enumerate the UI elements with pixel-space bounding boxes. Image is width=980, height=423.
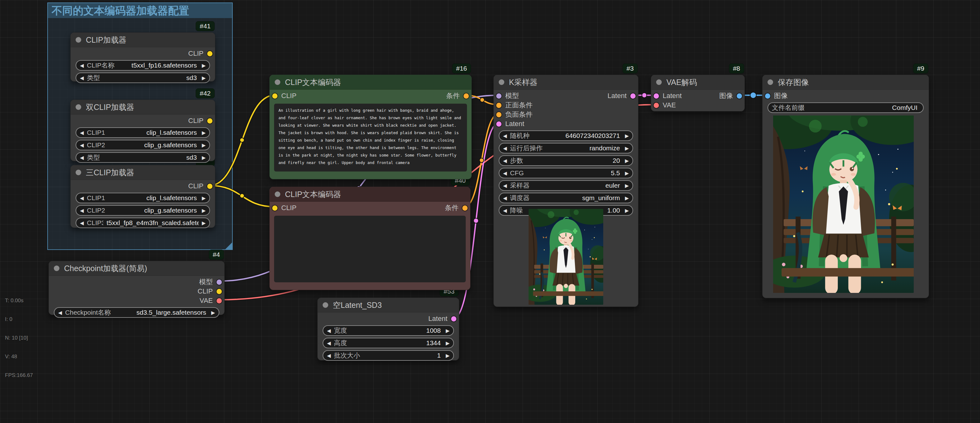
collapse-dot-icon[interactable] [76,170,81,175]
node-ksampler[interactable]: K采样器 模型 Latent 正面条件 负面条件 Latent ◀ 随机种 64… [493,75,638,307]
prompt-textarea[interactable] [274,216,466,282]
decrement-arrow-icon[interactable]: ◀ [80,130,84,136]
widget-clip2[interactable]: ◀ CLIP2 clip_g.safetensors ▶ [76,140,210,150]
increment-arrow-icon[interactable]: ▶ [625,133,629,139]
decrement-arrow-icon[interactable]: ◀ [80,62,84,69]
group-resize-handle[interactable] [225,243,232,249]
increment-arrow-icon[interactable]: ▶ [625,195,629,201]
positive-conditioning-input-slot[interactable] [496,103,501,108]
widget-sampler-name[interactable]: ◀ 采样器 euler ▶ [499,180,633,191]
widget-clip-name[interactable]: ◀ CLIP名称 t5xxl_fp16.safetensors ▶ [76,60,210,71]
latent-input-slot[interactable] [496,121,501,127]
clip-output-slot[interactable] [207,118,213,124]
node-header[interactable]: 空Latent_SD3 [318,298,459,313]
collapse-dot-icon[interactable] [767,79,773,85]
latent-output-slot[interactable] [451,316,457,321]
increment-arrow-icon[interactable]: ▶ [446,328,450,334]
widget-seed[interactable]: ◀ 随机种 646072340203271 ▶ [499,131,633,141]
collapse-dot-icon[interactable] [323,302,328,308]
widget-checkpoint-name[interactable]: ◀ Checkpoint名称 sd3.5_large.safetensors ▶ [54,307,220,318]
increment-arrow-icon[interactable]: ▶ [211,310,215,316]
collapse-dot-icon[interactable] [275,79,280,85]
decrement-arrow-icon[interactable]: ◀ [80,75,84,81]
latent-output-slot[interactable] [630,93,636,99]
increment-arrow-icon[interactable]: ▶ [625,158,629,164]
widget-control-after-generate[interactable]: ◀ 运行后操作 randomize ▶ [499,143,633,153]
widget-clip3[interactable]: ◀ CLIP3 t5xxl_fp8_e4m3fn_scaled.safete..… [76,217,210,228]
increment-arrow-icon[interactable]: ▶ [202,75,206,81]
increment-arrow-icon[interactable]: ▶ [446,353,450,359]
node-vae-decode[interactable]: VAE解码 Latent 图像 VAE [651,75,745,112]
clip-output-slot[interactable] [207,184,213,189]
node-graph-canvas[interactable]: 不同的文本编码器加载器配置 [0,0,980,423]
decrement-arrow-icon[interactable]: ◀ [327,340,331,346]
model-output-slot[interactable] [216,279,222,285]
decrement-arrow-icon[interactable]: ◀ [503,183,507,188]
image-output-slot[interactable] [737,93,742,99]
clip-output-slot[interactable] [207,51,213,56]
vae-input-slot[interactable] [654,103,659,108]
collapse-dot-icon[interactable] [76,104,81,110]
decrement-arrow-icon[interactable]: ◀ [503,145,507,151]
model-input-slot[interactable] [496,93,501,99]
widget-height[interactable]: ◀ 高度 1344 ▶ [323,338,454,348]
node-header[interactable]: 双CLIP加载器 [71,100,215,115]
decrement-arrow-icon[interactable]: ◀ [58,310,62,316]
node-checkpoint-loader[interactable]: Checkpoint加载器(简易) 模型 CLIP VAE ◀ Checkpoi… [49,261,224,315]
node-header[interactable]: CLIP文本编码器 [270,187,470,202]
widget-scheduler[interactable]: ◀ 调度器 sgm_uniform ▶ [499,193,633,203]
clip-output-slot[interactable] [216,289,222,294]
decrement-arrow-icon[interactable]: ◀ [80,220,84,226]
increment-arrow-icon[interactable]: ▶ [625,183,629,188]
increment-arrow-icon[interactable]: ▶ [202,220,206,226]
saved-image[interactable] [773,115,914,293]
decrement-arrow-icon[interactable]: ◀ [503,195,507,201]
decrement-arrow-icon[interactable]: ◀ [80,195,84,201]
increment-arrow-icon[interactable]: ▶ [446,340,450,346]
preview-image[interactable] [528,209,603,305]
collapse-dot-icon[interactable] [499,79,504,85]
increment-arrow-icon[interactable]: ▶ [202,208,206,214]
vae-output-slot[interactable] [216,298,222,303]
widget-clip1[interactable]: ◀ CLIP1 clip_l.safetensors ▶ [76,127,210,138]
decrement-arrow-icon[interactable]: ◀ [327,328,331,334]
increment-arrow-icon[interactable]: ▶ [202,62,206,69]
collapse-dot-icon[interactable] [76,37,81,43]
decrement-arrow-icon[interactable]: ◀ [503,133,507,139]
increment-arrow-icon[interactable]: ▶ [202,130,206,136]
prompt-textarea[interactable]: An illustration of a girl with long gree… [274,104,467,171]
conditioning-output-slot[interactable] [463,93,469,99]
node-empty-latent-sd3[interactable]: 空Latent_SD3 Latent ◀ 宽度 1008 ▶ ◀ 高度 1344… [317,298,459,361]
widget-steps[interactable]: ◀ 步数 20 ▶ [499,155,633,166]
node-header[interactable]: 三CLIP加载器 [71,165,215,180]
node-save-image[interactable]: 保存图像 图像 文件名前缀 ComfyUI [762,75,929,298]
increment-arrow-icon[interactable]: ▶ [625,208,629,214]
group-title[interactable]: 不同的文本编码器加载器配置 [48,3,232,18]
widget-filename-prefix[interactable]: 文件名前缀 ComfyUI [767,102,924,113]
decrement-arrow-icon[interactable]: ◀ [503,208,507,214]
node-header[interactable]: K采样器 [494,75,638,89]
image-input-slot[interactable] [765,93,770,99]
decrement-arrow-icon[interactable]: ◀ [503,158,507,164]
node-header[interactable]: VAE解码 [651,75,745,89]
widget-clip1[interactable]: ◀ CLIP1 clip_l.safetensors ▶ [76,193,210,203]
negative-conditioning-input-slot[interactable] [496,112,501,117]
decrement-arrow-icon[interactable]: ◀ [80,155,84,161]
increment-arrow-icon[interactable]: ▶ [625,170,629,176]
node-header[interactable]: CLIP加载器 [71,33,215,47]
decrement-arrow-icon[interactable]: ◀ [327,353,331,359]
latent-input-slot[interactable] [654,93,659,99]
increment-arrow-icon[interactable]: ▶ [202,195,206,201]
decrement-arrow-icon[interactable]: ◀ [503,170,507,176]
widget-width[interactable]: ◀ 宽度 1008 ▶ [323,325,454,336]
widget-batch-size[interactable]: ◀ 批次大小 1 ▶ [323,350,454,361]
clip-input-slot[interactable] [272,206,277,211]
node-clip-text-encode-positive[interactable]: CLIP文本编码器 CLIP 条件 An illustration of a g… [269,75,472,179]
node-clip-text-encode-negative[interactable]: CLIP文本编码器 CLIP 条件 [269,187,470,290]
widget-cfg[interactable]: ◀ CFG 5.5 ▶ [499,168,633,178]
node-clip-loader[interactable]: CLIP加载器 CLIP ◀ CLIP名称 t5xxl_fp16.safeten… [70,32,215,81]
decrement-arrow-icon[interactable]: ◀ [80,208,84,214]
increment-arrow-icon[interactable]: ▶ [625,145,629,151]
conditioning-output-slot[interactable] [462,206,468,211]
widget-clip2[interactable]: ◀ CLIP2 clip_g.safetensors ▶ [76,205,210,216]
